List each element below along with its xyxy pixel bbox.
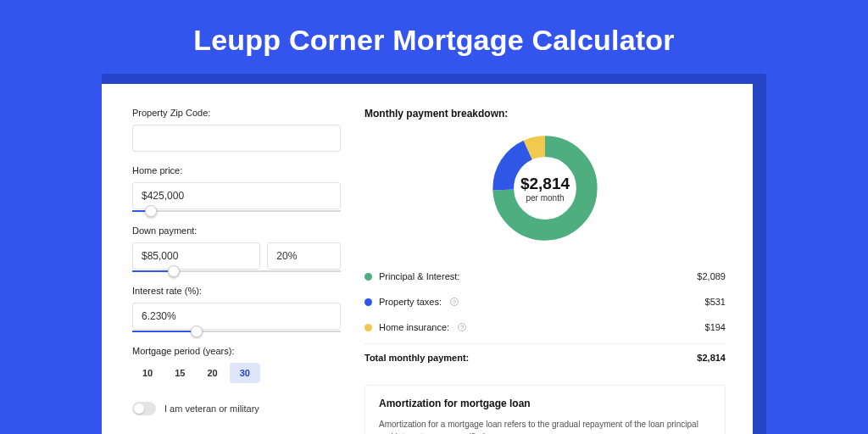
home-price-field: Home price: [132,165,341,212]
legend-value: $531 [705,297,726,307]
period-tab-20[interactable]: 20 [198,363,228,383]
period-tab-15[interactable]: 15 [164,363,195,383]
home-price-input[interactable] [132,182,341,209]
home-price-label: Home price: [132,165,341,175]
info-icon[interactable]: ? [458,323,466,331]
donut-center-label: per month [526,193,564,203]
calculator-shadow: Property Zip Code: Home price: Down paym… [102,74,766,434]
period-tab-10[interactable]: 10 [132,363,163,383]
donut-center-amount: $2,814 [520,175,570,193]
legend-row: Property taxes:?$531 [364,289,726,314]
donut-chart-wrap: $2,814 per month [364,133,726,243]
breakdown-legend: Principal & Interest:$2,089Property taxe… [364,264,726,340]
interest-label: Interest rate (%): [132,286,341,296]
donut-chart: $2,814 per month [490,133,600,243]
down-payment-slider[interactable] [132,270,341,272]
page-title: Leupp Corner Mortgage Calculator [0,0,868,74]
legend-dot-icon [364,298,372,306]
interest-slider[interactable] [132,331,341,332]
total-value: $2,814 [697,353,726,363]
down-payment-input[interactable] [132,242,260,270]
period-tab-30[interactable]: 30 [230,363,260,383]
amortization-title: Amortization for mortgage loan [379,398,711,409]
interest-slider-thumb[interactable] [191,326,203,337]
breakdown-panel: Monthly payment breakdown: $2,814 per mo… [364,108,726,434]
amortization-text: Amortization for a mortgage loan refers … [379,418,711,434]
calculator-card: Property Zip Code: Home price: Down paym… [102,84,753,434]
legend-label: Property taxes: [379,297,442,307]
legend-row: Principal & Interest:$2,089 [364,264,726,289]
period-tabs: 10152030 [132,363,341,383]
legend-dot-icon [364,324,372,331]
zip-label: Property Zip Code: [132,108,341,118]
down-payment-label: Down payment: [132,225,341,236]
period-field: Mortgage period (years): 10152030 [132,346,341,383]
legend-dot-icon [364,273,372,281]
total-label: Total monthly payment: [364,353,469,363]
interest-input[interactable] [132,303,341,330]
legend-row: Home insurance:?$194 [364,314,726,340]
zip-input[interactable] [132,125,341,152]
breakdown-title: Monthly payment breakdown: [364,108,726,120]
veteran-toggle[interactable] [132,402,156,415]
donut-center: $2,814 per month [490,133,600,243]
down-payment-slider-thumb[interactable] [168,265,180,277]
form-panel: Property Zip Code: Home price: Down paym… [132,108,341,434]
down-payment-pct-input[interactable] [267,242,341,270]
home-price-slider-thumb[interactable] [145,205,157,217]
home-price-slider[interactable] [132,210,341,212]
zip-field: Property Zip Code: [132,108,341,152]
down-payment-field: Down payment: [132,225,341,272]
legend-value: $2,089 [697,271,726,281]
legend-label: Principal & Interest: [379,271,459,281]
veteran-label: I am veteran or military [164,403,259,414]
legend-value: $194 [705,322,726,332]
legend-label: Home insurance: [379,322,449,332]
interest-slider-fill [132,331,197,332]
interest-field: Interest rate (%): [132,286,341,332]
total-row: Total monthly payment: $2,814 [364,343,726,371]
amortization-box: Amortization for mortgage loan Amortizat… [364,385,726,434]
veteran-row: I am veteran or military [132,402,341,415]
period-label: Mortgage period (years): [132,346,341,356]
info-icon[interactable]: ? [450,298,459,306]
